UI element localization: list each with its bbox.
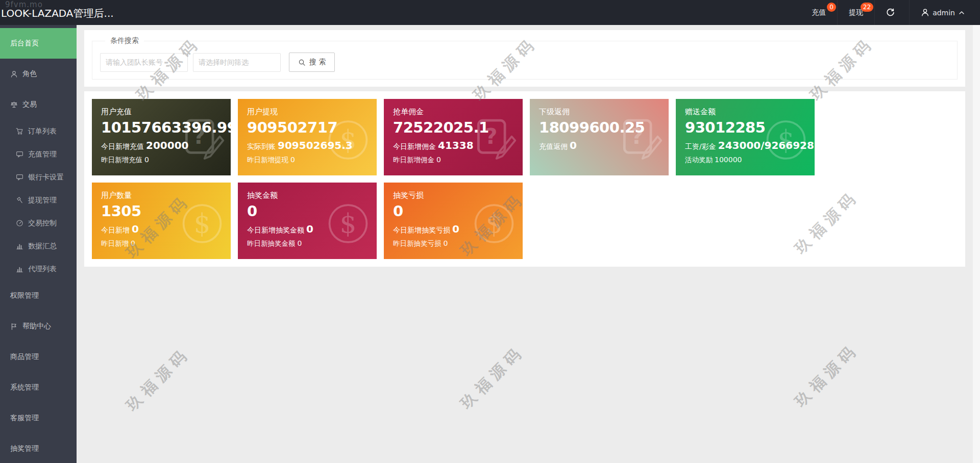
cart-icon	[16, 127, 23, 135]
search-legend: 条件搜索	[105, 36, 144, 45]
sidebar-item-label: 帮助中心	[22, 322, 51, 331]
stat-card-lottery-amount: 抽奖金额0今日新增抽奖金额0昨日新抽奖金额0$	[238, 183, 377, 259]
card-subline-1-label: 今日新增抽奖金额	[247, 226, 304, 234]
card-value: 93012285	[685, 118, 805, 137]
withdraw-badge: 22	[861, 3, 873, 12]
card-subline-2-label: 活动奖励	[685, 156, 713, 164]
recharge-badge: 0	[827, 3, 836, 12]
card-subline-2: 昨日新增提现0	[247, 156, 368, 165]
sidebar-item-trade-control[interactable]: 交易控制	[0, 212, 77, 235]
card-subline-1: 工资/彩金243000/9266928	[685, 139, 805, 151]
card-subline-1-label: 今日新增	[101, 226, 130, 234]
card-subline-1-value: 0	[570, 139, 577, 151]
card-subline-2: 昨日新抽奖亏损0	[393, 239, 513, 248]
sidebar-item-label: 银行卡设置	[28, 173, 64, 182]
refresh-button[interactable]	[874, 0, 909, 25]
card-subline-1-value: 909502695.3	[278, 139, 353, 151]
sidebar-item-agents[interactable]: 代理列表	[0, 258, 77, 280]
card-title: 用户提现	[247, 107, 368, 117]
card-subline-1: 今日新增充值200000	[101, 139, 222, 151]
sidebar-item-service[interactable]: 客服管理	[0, 403, 77, 433]
time-filter-input[interactable]	[193, 53, 281, 72]
card-subline-2-label: 昨日新抽奖亏损	[393, 239, 442, 247]
card-subline-1-label: 今日新增充值	[101, 142, 144, 150]
sidebar-item-help[interactable]: 帮助中心	[0, 311, 77, 342]
card-subline-1-value: 243000/9266928	[718, 139, 814, 151]
sidebar-item-label: 数据汇总	[28, 242, 57, 251]
scrollbar[interactable]	[973, 25, 980, 463]
sidebar-item-orders[interactable]: 订单列表	[0, 120, 77, 143]
team-leader-account-input[interactable]	[100, 53, 188, 72]
card-subline-2-label: 昨日新增提现	[247, 156, 288, 164]
card-subline-1-label: 今日新增抽奖亏损	[393, 226, 450, 234]
card-subline-1: 今日新增抽奖金额0	[247, 223, 368, 235]
sidebar-item-trade[interactable]: 交易	[0, 89, 77, 120]
chat-icon	[16, 173, 23, 181]
withdraw-menu-button[interactable]: 提现 22	[837, 0, 874, 25]
card-value: 909502717	[247, 118, 368, 137]
sidebar-item-system[interactable]: 系统管理	[0, 372, 77, 403]
sidebar-item-lottery[interactable]: 抽奖管理	[0, 433, 77, 463]
card-value: 10157663396.99	[101, 118, 222, 137]
header-actions: 充值 0 提现 22 admin	[800, 0, 976, 25]
card-subline-1: 今日新增0	[101, 223, 222, 235]
card-subline-2-label: 昨日新增充值	[101, 156, 142, 164]
card-value: 72522025.1	[393, 118, 513, 137]
card-subline-2-value: 0	[144, 156, 149, 164]
user-menu[interactable]: admin	[909, 0, 976, 25]
user-icon	[921, 8, 929, 17]
card-subline-1-label: 实际到账	[247, 142, 276, 150]
sidebar-item-label: 系统管理	[10, 383, 39, 392]
chevron-up-icon	[959, 10, 965, 16]
sidebar-item-roles[interactable]: 角色	[0, 59, 77, 89]
card-title: 赠送金额	[685, 107, 805, 117]
sidebar-item-label: 权限管理	[10, 291, 39, 300]
sidebar-item-withdraw[interactable]: 提现管理	[0, 189, 77, 212]
recharge-menu-button[interactable]: 充值 0	[800, 0, 837, 25]
sidebar-item-label: 交易	[22, 100, 37, 109]
card-title: 用户数量	[101, 191, 222, 200]
search-panel: 条件搜索 搜 索	[84, 30, 965, 87]
chart-icon	[16, 242, 23, 250]
sidebar-item-data-summary[interactable]: 数据汇总	[0, 235, 77, 258]
card-value: 18099600.25	[539, 118, 659, 137]
card-subline-2: 昨日新抽奖金额0	[247, 239, 368, 248]
card-subline-2-label: 昨日新增	[101, 239, 129, 247]
stat-card-user-withdraw: 用户提现909502717实际到账909502695.3昨日新增提现0$	[238, 99, 377, 175]
sidebar-item-label: 后台首页	[10, 39, 39, 48]
search-button[interactable]: 搜 索	[289, 53, 335, 72]
card-title: 用户充值	[101, 107, 222, 117]
card-subline-1-value: 41338	[438, 139, 474, 151]
card-subline-2: 昨日新增0	[101, 239, 222, 248]
card-subline-2: 活动奖励100000	[685, 156, 805, 165]
stat-card-sub-rebate: 下级返佣18099600.25充值返佣0?	[530, 99, 669, 175]
card-subline-2-label: 昨日新抽奖金额	[247, 239, 296, 247]
card-subline-1-value: 0	[452, 223, 459, 235]
search-button-label: 搜 索	[309, 58, 326, 67]
card-subline-2-value: 0	[436, 156, 441, 164]
sidebar-item-label: 交易控制	[28, 219, 57, 228]
stat-card-order-commission: 抢单佣金72522025.1今日新增佣金41338昨日新增佣金0?	[384, 99, 523, 175]
sidebar-item-recharge[interactable]: 充值管理	[0, 143, 77, 166]
card-subline-1: 今日新增抽奖亏损0	[393, 223, 513, 235]
stat-card-user-recharge: 用户充值10157663396.99今日新增充值200000昨日新增充值0?	[92, 99, 231, 175]
card-subline-2-value: 0	[298, 239, 302, 247]
card-subline-2-label: 昨日新增佣金	[393, 156, 434, 164]
search-row: 搜 索	[100, 53, 949, 72]
sidebar-item-permissions[interactable]: 权限管理	[0, 280, 77, 311]
stat-cards-panel: 用户充值10157663396.99今日新增充值200000昨日新增充值0?用户…	[84, 91, 965, 267]
sidebar-item-products[interactable]: 商品管理	[0, 342, 77, 372]
card-subline-1: 充值返佣0	[539, 139, 659, 151]
scales-icon	[10, 101, 18, 109]
sidebar-item-home[interactable]: 后台首页	[0, 28, 77, 59]
sidebar-item-label: 提现管理	[28, 196, 57, 205]
stat-card-lottery-loss: 抽奖亏损0今日新增抽奖亏损0昨日新抽奖亏损0$	[384, 183, 523, 259]
stat-card-gift-amount: 赠送金额93012285工资/彩金243000/9266928活动奖励10000…	[676, 99, 815, 175]
card-subline-1-label: 工资/彩金	[685, 142, 716, 150]
gauge-icon	[16, 219, 23, 227]
card-value: 0	[247, 202, 368, 220]
sidebar-item-bankcards[interactable]: 银行卡设置	[0, 166, 77, 189]
recharge-menu-label: 充值	[812, 8, 826, 17]
card-title: 抽奖亏损	[393, 191, 513, 200]
corner-watermark: 9fvm.mo	[5, 0, 43, 9]
